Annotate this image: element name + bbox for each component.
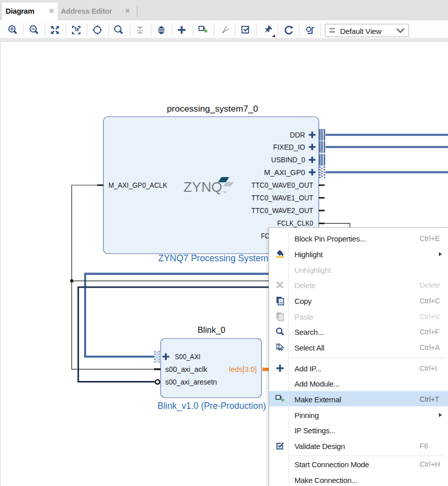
svg-text:leds[3:0]: leds[3:0]: [229, 365, 257, 373]
svg-text:Blink_0: Blink_0: [198, 326, 226, 335]
svg-text:TTC0_WAVE1_OUT: TTC0_WAVE1_OUT: [251, 193, 313, 202]
svg-text:DDR: DDR: [290, 130, 305, 139]
svg-text:S00_AXI: S00_AXI: [175, 352, 201, 361]
svg-text:s00_axi_aresetn: s00_axi_aresetn: [165, 377, 217, 386]
svg-text:TM: TM: [223, 191, 227, 194]
svg-text:USBIND_0: USBIND_0: [271, 155, 305, 164]
svg-text:M_AXI_GP0: M_AXI_GP0: [264, 168, 305, 177]
svg-text:ZYNQ7 Processing System: ZYNQ7 Processing System: [158, 253, 268, 263]
svg-text:Blink_v1.0 (Pre-Production): Blink_v1.0 (Pre-Production): [158, 401, 266, 411]
svg-text:FCLK_CLK0: FCLK_CLK0: [277, 219, 313, 227]
svg-text:s00_axi_aclk: s00_axi_aclk: [165, 365, 207, 373]
svg-text:M_AXI_GP0_ACLK: M_AXI_GP0_ACLK: [108, 181, 167, 189]
svg-text:FIXED_IO: FIXED_IO: [273, 143, 305, 151]
svg-text:processing_system7_0: processing_system7_0: [167, 104, 258, 114]
svg-text:ZYNQ: ZYNQ: [183, 179, 222, 195]
svg-text:TTC0_WAVE2_OUT: TTC0_WAVE2_OUT: [251, 206, 313, 215]
svg-text:TTC0_WAVE0_OUT: TTC0_WAVE0_OUT: [251, 181, 313, 189]
